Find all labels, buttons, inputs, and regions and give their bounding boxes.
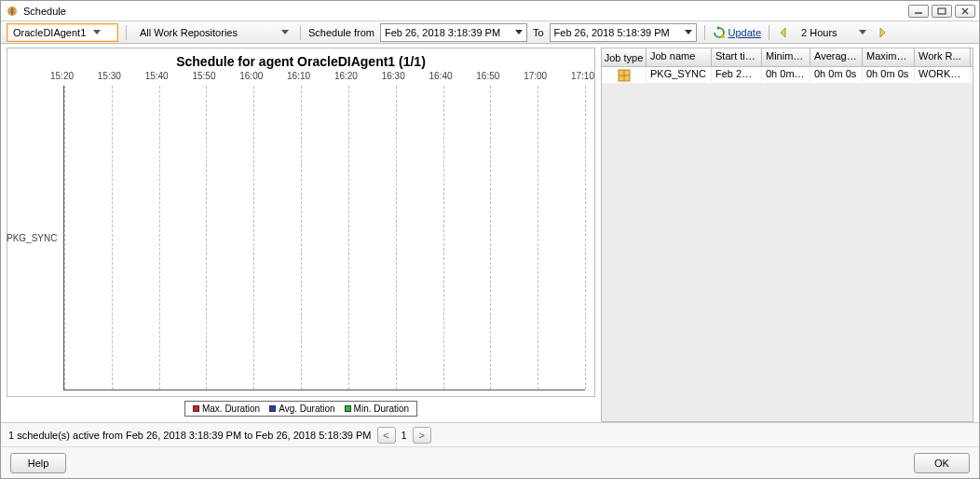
minimize-button[interactable] <box>908 5 929 18</box>
col-job-type[interactable]: Job type <box>602 48 647 66</box>
chart-legend: Max. Duration Avg. Duration Min. Duratio… <box>184 401 417 417</box>
col-average[interactable]: Average... <box>810 48 863 66</box>
prev-range-button[interactable] <box>777 26 790 39</box>
chart-plot-area: PKG_SYNC <box>63 86 585 390</box>
statusbar: 1 schedule(s) active from Feb 26, 2018 3… <box>1 422 979 446</box>
separator <box>126 25 127 40</box>
x-tick: 17:10 <box>571 71 594 81</box>
pager-next[interactable]: > <box>413 427 431 444</box>
cell-start-time: Feb 26, ... <box>712 67 762 83</box>
x-tick: 15:20 <box>50 71 74 81</box>
separator <box>704 25 705 40</box>
window-title: Schedule <box>23 6 905 17</box>
toolbar: OracleDIAgent1 All Work Repositories Sch… <box>1 21 979 44</box>
col-job-name[interactable]: Job name <box>647 48 712 66</box>
x-tick: 16:30 <box>382 71 405 81</box>
svg-point-5 <box>721 34 725 38</box>
pager-page: 1 <box>402 430 407 441</box>
x-tick: 15:30 <box>98 71 121 81</box>
svg-rect-2 <box>938 8 946 14</box>
x-tick: 16:20 <box>334 71 358 81</box>
separator <box>769 25 769 40</box>
to-date-value: Feb 26, 2018 5:18:39 PM <box>554 27 670 38</box>
help-button[interactable]: Help <box>10 453 66 473</box>
chart-x-axis: 15:20 15:30 15:40 15:50 16:00 16:10 16:2… <box>63 71 585 86</box>
cell-average: 0h 0m 0s <box>810 67 863 83</box>
legend-swatch-avg <box>269 405 276 412</box>
chevron-down-icon <box>515 30 523 34</box>
window: Schedule OracleDIAgent1 All Work Reposit… <box>0 0 980 479</box>
cell-maximum: 0h 0m 0s <box>863 67 915 83</box>
repo-select[interactable]: All Work Repositories <box>134 23 293 42</box>
chevron-down-icon <box>685 30 692 34</box>
x-tick: 16:10 <box>287 71 310 81</box>
chevron-down-icon <box>93 30 101 34</box>
update-label: Update <box>728 27 761 38</box>
col-maximum[interactable]: Maximu... <box>863 48 915 66</box>
cell-work-repo: WORKREP <box>915 67 971 83</box>
chevron-down-icon <box>281 30 289 34</box>
table-row[interactable]: PKG_SYNC Feb 26, ... 0h 0m 0s 0h 0m 0s 0… <box>602 67 973 84</box>
cell-job-name: PKG_SYNC <box>647 67 712 83</box>
x-tick: 17:00 <box>524 71 547 81</box>
agent-select[interactable]: OracleDIAgent1 <box>7 23 118 42</box>
footer: Help OK <box>1 446 979 478</box>
chart-title: Schedule for agent OracleDIAgent1 (1/1) <box>7 48 594 71</box>
pager-prev[interactable]: < <box>377 427 396 444</box>
close-button[interactable] <box>955 5 975 18</box>
to-label: To <box>533 27 544 38</box>
x-tick: 16:40 <box>429 71 453 81</box>
table-body[interactable]: PKG_SYNC Feb 26, ... 0h 0m 0s 0h 0m 0s 0… <box>602 67 973 421</box>
to-date-input[interactable]: Feb 26, 2018 5:18:39 PM <box>550 23 697 42</box>
col-start-time[interactable]: Start time <box>712 48 762 66</box>
ok-button[interactable]: OK <box>914 453 970 473</box>
legend-label: Avg. Duration <box>279 404 334 414</box>
x-tick: 16:00 <box>239 71 263 81</box>
legend-swatch-min <box>345 405 351 412</box>
x-tick: 15:50 <box>192 71 215 81</box>
from-date-value: Feb 26, 2018 3:18:39 PM <box>385 27 500 38</box>
job-type-icon <box>602 67 647 83</box>
app-icon <box>5 4 20 19</box>
status-text: 1 schedule(s) active from Feb 26, 2018 3… <box>8 430 372 441</box>
x-tick: 15:40 <box>145 71 169 81</box>
range-select[interactable]: 2 Hours <box>796 23 870 42</box>
from-date-input[interactable]: Feb 26, 2018 3:18:39 PM <box>380 23 527 42</box>
refresh-icon <box>713 26 726 39</box>
schedule-from-label: Schedule from <box>308 27 374 38</box>
x-tick: 16:50 <box>476 71 499 81</box>
legend-label: Min. Duration <box>354 404 409 414</box>
table-header[interactable]: Job type Job name Start time Minimu... A… <box>602 48 973 67</box>
content-area: Schedule for agent OracleDIAgent1 (1/1) … <box>1 44 979 422</box>
agent-select-value: OracleDIAgent1 <box>13 27 86 38</box>
col-work-repo[interactable]: Work R... <box>915 48 971 66</box>
repo-select-value: All Work Repositories <box>140 27 238 38</box>
legend-label: Max. Duration <box>202 404 260 414</box>
chart-panel: Schedule for agent OracleDIAgent1 (1/1) … <box>7 48 595 422</box>
chevron-down-icon <box>859 30 866 34</box>
cell-minimum: 0h 0m 0s <box>762 67 810 83</box>
chart-y-label: PKG_SYNC <box>7 233 57 243</box>
chart: Schedule for agent OracleDIAgent1 (1/1) … <box>7 48 595 397</box>
maximize-button[interactable] <box>932 5 952 18</box>
range-select-value: 2 Hours <box>801 27 837 38</box>
separator <box>300 25 301 40</box>
update-button[interactable]: Update <box>713 26 761 39</box>
legend-swatch-max <box>193 405 199 412</box>
jobs-table-panel: Job type Job name Start time Minimu... A… <box>601 48 973 422</box>
col-minimum[interactable]: Minimu... <box>762 48 810 66</box>
next-range-button[interactable] <box>876 26 889 39</box>
titlebar[interactable]: Schedule <box>1 1 979 21</box>
